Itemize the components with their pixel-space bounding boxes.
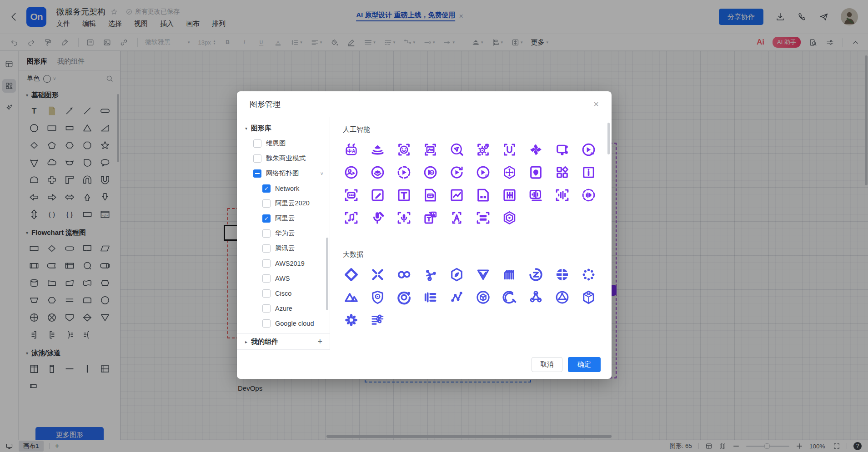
add-component-icon[interactable]: +	[317, 337, 322, 347]
checkbox-unchecked[interactable]	[262, 244, 271, 253]
data-cycle-icon[interactable]	[527, 266, 554, 289]
icon-section-title: 大数据	[343, 250, 612, 259]
svg-text:中A: 中A	[347, 149, 355, 154]
checkbox-unchecked[interactable]	[253, 154, 261, 163]
close-icon[interactable]: ×	[593, 99, 599, 109]
data-network-icon[interactable]	[554, 289, 580, 312]
video-loop-icon[interactable]	[448, 164, 475, 187]
server-scan-icon[interactable]	[475, 209, 501, 232]
checkbox-indeterminate[interactable]	[253, 169, 261, 178]
tree-item-Azure[interactable]: Azure	[237, 301, 330, 316]
icons-scrollbar[interactable]	[607, 123, 610, 154]
tree-item-魏朱商业模式[interactable]: 魏朱商业模式	[237, 151, 330, 166]
face-recognition-icon[interactable]	[396, 141, 422, 164]
tree-item-Network[interactable]: ✓Network	[237, 181, 330, 196]
text-to-speech-icon[interactable]	[422, 209, 448, 232]
data-gauge-icon[interactable]	[396, 289, 422, 312]
data-shield-icon[interactable]	[369, 289, 396, 312]
music-detect-icon[interactable]	[343, 209, 369, 232]
checkbox-checked[interactable]: ✓	[262, 214, 271, 223]
tree-root-library[interactable]: ▾图形库	[237, 121, 330, 136]
image-recognition-icon[interactable]	[422, 141, 448, 164]
tree-item-华为云[interactable]: 华为云	[237, 226, 330, 241]
audio-detect-icon[interactable]	[554, 187, 580, 209]
data-converge-icon[interactable]	[369, 266, 396, 289]
media-ai-icon[interactable]: AI	[475, 164, 501, 187]
component-match-icon[interactable]	[554, 164, 580, 187]
my-components-row[interactable]: ▸ 我的组件 +	[237, 333, 330, 350]
data-exchange-icon[interactable]	[343, 266, 369, 289]
caret-right-icon: ▸	[245, 339, 247, 344]
text-recognition-icon[interactable]	[448, 209, 475, 232]
data-leaf-icon[interactable]	[448, 266, 475, 289]
smart-stack-icon[interactable]	[369, 141, 396, 164]
ocr-frame-icon[interactable]	[343, 187, 369, 209]
video-cluster-icon[interactable]	[422, 164, 448, 187]
tree-scrollbar[interactable]	[326, 238, 328, 310]
checkbox-unchecked[interactable]	[262, 319, 271, 328]
tree-item-科学[interactable]: 科学	[237, 331, 330, 333]
confirm-button[interactable]: 确定	[568, 357, 601, 372]
checkbox-unchecked[interactable]	[262, 274, 271, 283]
checkbox-unchecked[interactable]	[262, 259, 271, 268]
data-matrix-icon[interactable]	[580, 289, 607, 312]
data-spark-icon[interactable]	[422, 266, 448, 289]
tree-item-腾讯云[interactable]: 腾讯云	[237, 241, 330, 256]
tree-item-AWS2019[interactable]: AWS2019	[237, 256, 330, 271]
checkbox-unchecked[interactable]	[262, 304, 271, 313]
svg-text:AI: AI	[485, 174, 488, 178]
persona-analysis-icon[interactable]	[343, 164, 369, 187]
data-nodes-icon[interactable]	[527, 289, 554, 312]
data-sphere-icon[interactable]	[554, 266, 580, 289]
voice-print-icon[interactable]	[527, 187, 554, 209]
voice-tool-icon[interactable]	[369, 209, 396, 232]
smart-edit-icon[interactable]	[369, 187, 396, 209]
data-loop-icon[interactable]	[396, 266, 422, 289]
hex-core-icon[interactable]	[501, 209, 527, 232]
doc-review-icon[interactable]	[422, 187, 448, 209]
data-center-icon[interactable]	[501, 187, 527, 209]
data-peaks-icon[interactable]	[343, 289, 369, 312]
checkbox-unchecked[interactable]	[253, 139, 261, 148]
video-ai-icon[interactable]: AI	[580, 141, 607, 164]
data-trend-icon[interactable]	[448, 289, 475, 312]
data-flower-icon[interactable]	[343, 312, 369, 334]
data-list-icon[interactable]	[422, 289, 448, 312]
tree-item-维恩图[interactable]: 维恩图	[237, 136, 330, 151]
tree-item-阿里云[interactable]: ✓阿里云	[237, 211, 330, 226]
content-review-icon[interactable]	[369, 164, 396, 187]
region-detect-icon[interactable]	[554, 141, 580, 164]
translate-robot-icon[interactable]: 中A	[343, 141, 369, 164]
voice-record-icon[interactable]	[396, 209, 422, 232]
doc-structure-icon[interactable]	[475, 187, 501, 209]
tree-item-阿里云2020[interactable]: 阿里云2020	[237, 196, 330, 211]
tree-item-Google cloud[interactable]: Google cloud	[237, 316, 330, 331]
tree-item-网络拓扑图[interactable]: 网络拓扑图˅	[237, 166, 330, 181]
data-search-icon[interactable]	[501, 289, 527, 312]
location-doc-icon[interactable]	[527, 164, 554, 187]
auto-ml-gears-icon[interactable]	[475, 141, 501, 164]
entity-u-icon[interactable]	[501, 141, 527, 164]
icon-section-title: 人工智能	[343, 125, 612, 134]
info-card-icon[interactable]	[580, 164, 607, 187]
smart-transform-icon[interactable]	[527, 141, 554, 164]
video-process-icon[interactable]	[396, 164, 422, 187]
checkbox-unchecked[interactable]	[262, 199, 271, 208]
data-flow-icon[interactable]	[501, 266, 527, 289]
checkbox-unchecked[interactable]	[262, 229, 271, 238]
knowledge-graph-icon[interactable]	[501, 164, 527, 187]
checkbox-unchecked[interactable]	[262, 289, 271, 298]
cancel-button[interactable]: 取消	[532, 357, 562, 372]
trend-chart-icon[interactable]	[448, 187, 475, 209]
data-circuit-icon[interactable]	[369, 312, 396, 334]
knowledge-search-icon[interactable]	[448, 141, 475, 164]
tree-item-AWS[interactable]: AWS	[237, 271, 330, 286]
audio-analysis-icon[interactable]	[580, 187, 607, 209]
data-dots-icon[interactable]	[580, 266, 607, 289]
tree-item-Cisco[interactable]: Cisco	[237, 286, 330, 301]
chevron-down-icon[interactable]: ˅	[321, 171, 323, 176]
text-detect-icon[interactable]	[396, 187, 422, 209]
data-funnel-icon[interactable]	[475, 266, 501, 289]
data-cube-icon[interactable]	[475, 289, 501, 312]
checkbox-checked[interactable]: ✓	[262, 184, 271, 193]
